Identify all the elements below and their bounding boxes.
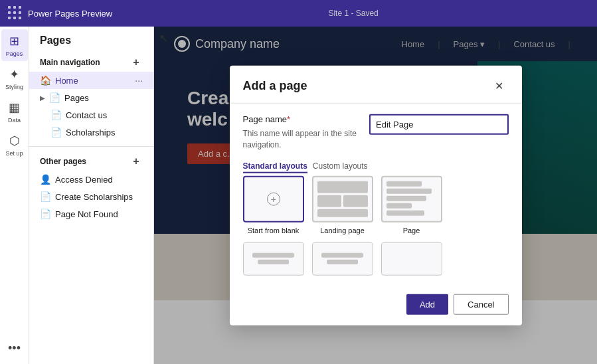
page-not-found-icon: 📄 <box>40 209 51 219</box>
sidebar-item-scholarships[interactable]: 📄 Scholarships <box>29 124 153 141</box>
page-row5 <box>386 210 424 215</box>
plus-icon: + <box>267 192 280 205</box>
page-row1 <box>386 181 422 186</box>
content-area: ↖ Company name Home | Pages ▾ | Contact … <box>154 27 597 364</box>
modal-title: Add a page <box>243 78 307 92</box>
sidebar-item-label: Scholarships <box>66 128 115 137</box>
sidebar-item-label: Access Denied <box>55 175 113 185</box>
standard-layouts-tab[interactable]: Standard layouts <box>243 161 307 173</box>
layout-card-row2-3[interactable] <box>381 242 442 275</box>
access-denied-icon: 👤 <box>40 174 51 185</box>
page-row3 <box>386 195 427 201</box>
home-icon: 🏠 <box>40 75 51 86</box>
sidebar-item-page-not-found[interactable]: 📄 Page Not Found <box>29 205 153 223</box>
nav-pages[interactable]: ⊞ Pages <box>1 29 28 61</box>
sidebar-item-label: Home <box>55 76 78 86</box>
modal-header: Add a page ✕ <box>230 66 522 104</box>
layout-card-box-small-1 <box>243 242 304 275</box>
nav-data[interactable]: ▦ Data <box>1 96 28 128</box>
sidebar-item-home[interactable]: 🏠 Home ··· <box>29 72 153 89</box>
sidebar-item-label: Page Not Found <box>55 209 118 219</box>
nav-styling[interactable]: ✦ Styling <box>1 62 28 94</box>
pages-group-icon: 📄 <box>49 92 60 103</box>
contact-icon: 📄 <box>50 110 62 120</box>
small-row-4 <box>327 260 358 264</box>
page-name-label: Page name* <box>243 114 359 124</box>
sidebar-title: Pages <box>29 35 153 53</box>
layout-card-label-landing: Landing page <box>320 226 365 234</box>
modal-footer: Add Cancel <box>230 286 522 325</box>
layout-card-box-small-3 <box>381 242 442 275</box>
layout-card-blank[interactable]: + Start from blank <box>243 175 304 234</box>
page-row2 <box>386 188 432 193</box>
sidebar-panel: Pages Main navigation + 🏠 Home ··· ▶ 📄 P… <box>29 27 154 364</box>
data-icon: ▦ <box>9 100 20 115</box>
chevron-right-icon: ▶ <box>40 94 45 102</box>
layout-card-label-page: Page <box>403 226 420 234</box>
more-options[interactable]: ••• <box>1 337 28 359</box>
add-main-nav-button[interactable]: + <box>129 56 143 69</box>
cancel-button[interactable]: Cancel <box>454 294 508 314</box>
add-page-modal: Add a page ✕ Page name* This name will a… <box>230 66 522 325</box>
field-input-wrap <box>369 114 508 135</box>
layout-cards: + Start from blank <box>243 175 509 234</box>
page-row4 <box>386 203 412 208</box>
page-name-input[interactable] <box>369 114 508 135</box>
modal-close-button[interactable]: ✕ <box>490 76 509 95</box>
icon-rail: ⊞ Pages ✦ Styling ▦ Data ⬡ Set up ••• <box>0 27 29 364</box>
sidebar-divider <box>29 146 153 147</box>
pages-icon: ⊞ <box>9 34 19 48</box>
layout-card-box-small-2 <box>312 242 373 275</box>
required-indicator: * <box>287 114 290 124</box>
create-scholarships-icon: 📄 <box>40 191 51 202</box>
home-more-icon[interactable]: ··· <box>135 75 143 86</box>
field-hint: This name will appear in the site naviga… <box>243 128 359 151</box>
layout-card-label-blank: Start from blank <box>248 226 299 234</box>
styling-icon: ✦ <box>9 67 19 82</box>
scholarships-icon: 📄 <box>50 127 62 137</box>
modal-body: Page name* This name will appear in the … <box>230 104 522 286</box>
sidebar-item-label: Create Scholarships <box>55 192 133 202</box>
sidebar-item-contact-us[interactable]: 📄 Contact us <box>29 106 153 124</box>
sidebar-item-label: Pages <box>64 93 89 103</box>
custom-layouts-tab[interactable]: Custom layouts <box>313 161 368 173</box>
small-row-2 <box>258 260 289 264</box>
save-status: Site 1 - Saved <box>118 9 589 18</box>
layout-card-page[interactable]: Page <box>381 175 442 234</box>
sidebar-item-access-denied[interactable]: 👤 Access Denied <box>29 171 153 188</box>
lp-row3 <box>317 209 368 217</box>
small-row-3 <box>321 253 363 258</box>
layout-card-landing[interactable]: Landing page <box>312 175 373 234</box>
top-bar: Power Pages Preview Site 1 - Saved <box>0 0 597 27</box>
landing-mock <box>313 177 372 221</box>
layout-card-box-page <box>381 175 442 222</box>
layout-card-box-blank: + <box>243 175 304 222</box>
sidebar-item-pages-group[interactable]: ▶ 📄 Pages <box>29 89 153 106</box>
main-nav-section: Main navigation + <box>29 53 153 72</box>
main-layout: ⊞ Pages ✦ Styling ▦ Data ⬡ Set up ••• Pa… <box>0 27 597 364</box>
other-pages-section: Other pages + <box>29 152 153 171</box>
lp-row1 <box>317 181 368 193</box>
layout-cards-row2 <box>243 242 509 275</box>
layout-section: Standard layouts Custom layouts + Start … <box>243 161 509 275</box>
main-nav-label: Main navigation <box>40 58 100 67</box>
other-pages-label: Other pages <box>40 157 86 166</box>
sidebar-item-label: Contact us <box>66 110 107 120</box>
field-label-area: Page name* This name will appear in the … <box>243 114 359 151</box>
app-grid-icon[interactable] <box>8 6 23 21</box>
lp-col1 <box>317 195 342 207</box>
sidebar-item-create-scholarships[interactable]: 📄 Create Scholarships <box>29 188 153 205</box>
add-other-page-button[interactable]: + <box>129 155 143 168</box>
layout-tabs: Standard layouts Custom layouts <box>243 161 509 173</box>
page-name-field-row: Page name* This name will appear in the … <box>243 114 509 151</box>
nav-setup[interactable]: ⬡ Set up <box>1 129 28 161</box>
page-mock <box>383 177 441 221</box>
setup-icon: ⬡ <box>9 134 20 148</box>
layout-card-row2-1[interactable] <box>243 242 304 275</box>
small-row-1 <box>252 253 294 258</box>
lp-col2 <box>343 195 368 207</box>
layout-card-row2-2[interactable] <box>312 242 373 275</box>
app-title: Power Pages Preview <box>28 9 112 19</box>
add-button[interactable]: Add <box>406 294 448 314</box>
layout-card-box-landing <box>312 175 373 222</box>
